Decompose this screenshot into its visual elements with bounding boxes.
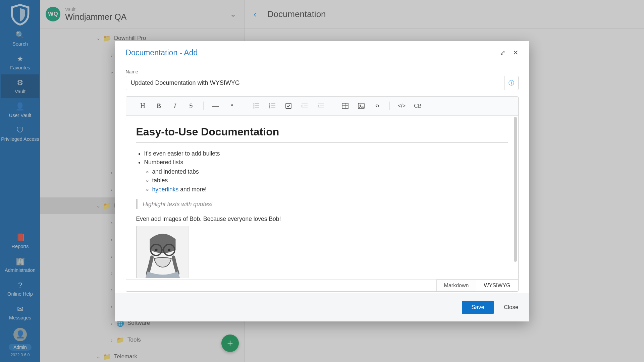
svg-rect-18: [318, 108, 324, 108]
modal-backdrop[interactable]: Documentation - Add ⤢ ✕ Name ⓘ H B I S: [0, 0, 644, 362]
close-icon[interactable]: ✕: [513, 49, 519, 57]
task-list-button[interactable]: [281, 100, 296, 112]
svg-rect-15: [302, 108, 308, 108]
list-item: Numbered lists and indented tabs tables …: [144, 158, 508, 194]
task-icon: [285, 103, 292, 109]
bullet-list-icon: [253, 103, 260, 109]
image-button[interactable]: [354, 100, 369, 112]
svg-rect-11: [271, 108, 275, 108]
list-item: It's even easier to add bullets: [144, 149, 508, 158]
svg-rect-7: [271, 104, 275, 104]
hr-button[interactable]: —: [208, 100, 223, 112]
svg-rect-17: [320, 106, 324, 106]
svg-rect-16: [318, 104, 324, 104]
modal-header: Documentation - Add ⤢ ✕: [115, 41, 529, 63]
svg-point-23: [360, 105, 361, 106]
list-item: and indented tabs: [152, 167, 508, 176]
svg-rect-12: [286, 103, 291, 109]
close-button[interactable]: Close: [504, 304, 518, 311]
heading-button[interactable]: H: [136, 100, 150, 112]
svg-rect-3: [255, 106, 259, 106]
bullet-list-button[interactable]: [249, 100, 264, 112]
italic-button[interactable]: I: [168, 100, 182, 112]
wysiwyg-tab[interactable]: WYSIWYG: [476, 280, 518, 291]
numbered-list-icon: 123: [269, 103, 276, 109]
editor-mode-tabs: Markdown WYSIWYG: [126, 279, 518, 291]
outdent-button[interactable]: [313, 100, 328, 112]
svg-point-2: [253, 105, 254, 106]
modal-body: Name ⓘ H B I S — ❝: [115, 63, 529, 292]
name-input[interactable]: [126, 76, 504, 90]
editor-content[interactable]: Easy-to-Use Documentation It's even easi…: [126, 116, 518, 279]
markdown-tab[interactable]: Markdown: [436, 280, 476, 291]
toolbar-separator: [389, 102, 390, 110]
strike-button[interactable]: S: [184, 100, 199, 112]
svg-point-0: [253, 103, 254, 104]
toolbar-separator: [333, 102, 333, 110]
doc-heading: Easy-to-Use Documentation: [136, 124, 508, 143]
table-button[interactable]: [338, 100, 353, 112]
editor-toolbar: H B I S — ❝ 123: [126, 97, 518, 116]
svg-rect-9: [271, 106, 275, 106]
toolbar-separator: [203, 102, 204, 110]
info-icon[interactable]: ⓘ: [504, 76, 518, 90]
svg-text:3: 3: [269, 107, 270, 109]
indent-button[interactable]: [297, 100, 312, 112]
list-item: hyperlinks and more!: [152, 185, 508, 194]
name-field-row: ⓘ: [126, 76, 519, 90]
svg-rect-14: [304, 106, 308, 106]
svg-point-4: [253, 107, 254, 108]
modal-footer: Save Close: [115, 293, 529, 321]
svg-point-28: [155, 249, 157, 251]
outdent-icon: [317, 103, 324, 109]
svg-rect-13: [302, 104, 308, 104]
image-icon: [358, 103, 365, 109]
name-label: Name: [126, 69, 519, 74]
nested-list: and indented tabs tables hyperlinks and …: [144, 167, 508, 194]
bob-image: [136, 226, 189, 278]
bold-button[interactable]: B: [152, 100, 166, 112]
quote-button[interactable]: ❝: [224, 100, 239, 112]
expand-icon[interactable]: ⤢: [500, 49, 505, 57]
indent-icon: [301, 103, 308, 109]
documentation-add-modal: Documentation - Add ⤢ ✕ Name ⓘ H B I S: [115, 41, 529, 321]
link-button[interactable]: [370, 100, 385, 112]
numbered-list-button[interactable]: 123: [265, 100, 280, 112]
code-block-button[interactable]: CB: [411, 100, 425, 112]
editor-scrollbar[interactable]: [514, 117, 517, 278]
table-icon: [342, 103, 348, 109]
editor: H B I S — ❝ 123: [126, 96, 519, 292]
svg-rect-5: [255, 108, 259, 108]
svg-point-29: [168, 249, 170, 251]
toolbar-separator: [244, 102, 244, 110]
doc-bullet-list: It's even easier to add bullets Numbered…: [136, 149, 508, 194]
doc-quote: Highlight texts with quotes!: [136, 199, 508, 209]
hyperlink[interactable]: hyperlinks: [152, 186, 179, 193]
list-item: tables: [152, 176, 508, 185]
save-button[interactable]: Save: [462, 301, 494, 314]
svg-rect-1: [255, 104, 259, 104]
modal-title: Documentation - Add: [126, 48, 492, 57]
doc-paragraph: Even add images of Bob. Because everyone…: [136, 215, 508, 223]
link-icon: [374, 103, 381, 109]
inline-code-button[interactable]: </>: [394, 100, 409, 112]
